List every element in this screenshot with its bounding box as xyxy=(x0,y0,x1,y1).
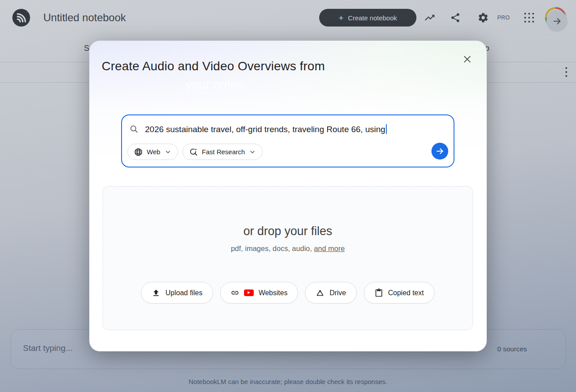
chevron-down-icon xyxy=(249,148,256,156)
settings-gear-icon[interactable] xyxy=(477,12,489,23)
link-icon xyxy=(231,289,239,297)
drive-icon xyxy=(316,289,324,297)
modal-title: Create Audio and Video Overviews from xyxy=(102,59,325,73)
and-more-link[interactable]: and more xyxy=(314,244,345,252)
modal-title-ghost-line: your notes xyxy=(186,78,244,92)
share-icon[interactable] xyxy=(450,12,461,23)
pro-badge: PRO xyxy=(497,15,510,21)
submit-research-button[interactable] xyxy=(431,143,448,160)
upload-files-button[interactable]: Upload files xyxy=(141,282,213,304)
sources-panel-title-peek: S xyxy=(84,44,89,53)
dropzone-heading: or drop your files xyxy=(103,225,473,238)
text-caret xyxy=(386,124,387,134)
close-icon[interactable] xyxy=(461,53,473,65)
upload-files-label: Upload files xyxy=(165,289,202,297)
source-buttons-row: Upload files Websites Drive Copied text xyxy=(103,282,473,304)
copied-text-label: Copied text xyxy=(388,289,424,297)
notebook-title[interactable]: Untitled notebook xyxy=(43,11,126,24)
disclaimer-text: NotebookLM can be inaccurate; please dou… xyxy=(0,378,576,385)
analytics-trending-icon[interactable] xyxy=(424,12,435,23)
research-mode-label: Fast Research xyxy=(202,148,245,156)
copied-text-button[interactable]: Copied text xyxy=(364,282,435,304)
upload-icon xyxy=(152,289,160,297)
file-dropzone[interactable]: or drop your files pdf, images, docs, au… xyxy=(103,186,473,330)
web-chip-label: Web xyxy=(147,148,160,156)
search-option-chips: Web Fast Research xyxy=(127,144,263,160)
arrow-right-icon xyxy=(435,146,445,156)
web-source-dropdown[interactable]: Web xyxy=(127,144,178,160)
websites-button[interactable]: Websites xyxy=(220,282,298,304)
research-query-input[interactable]: 2026 sustainable travel, off-grid trends… xyxy=(145,124,427,134)
research-mode-dropdown[interactable]: Fast Research xyxy=(183,144,263,160)
clipboard-icon xyxy=(374,289,383,297)
more-options-icon[interactable] xyxy=(563,66,569,78)
create-notebook-label: Create notebook xyxy=(348,14,397,22)
fast-research-icon xyxy=(189,148,198,156)
research-query-box[interactable]: 2026 sustainable travel, off-grid trends… xyxy=(121,114,454,167)
plus-icon: + xyxy=(339,14,343,22)
dropzone-subtext: pdf, images, docs, audio, and more xyxy=(103,244,473,253)
filetypes-text: pdf, images, docs, audio, xyxy=(231,244,314,252)
globe-icon xyxy=(134,148,143,156)
sources-count: 0 sources xyxy=(497,345,527,353)
chevron-down-icon xyxy=(164,148,172,156)
google-apps-grid-icon[interactable] xyxy=(524,13,534,23)
create-notebook-button[interactable]: + Create notebook xyxy=(319,9,416,27)
search-icon xyxy=(129,124,139,134)
chat-send-button[interactable] xyxy=(546,11,568,32)
notebooklm-logo-icon[interactable] xyxy=(12,9,30,27)
chat-input-placeholder[interactable]: Start typing... xyxy=(23,343,72,353)
drive-label: Drive xyxy=(329,289,346,297)
create-overviews-modal: Create Audio and Video Overviews from yo… xyxy=(89,41,487,351)
youtube-icon xyxy=(244,289,254,296)
websites-label: Websites xyxy=(259,289,288,297)
app-window: Untitled notebook + Create notebook PRO xyxy=(0,0,576,392)
drive-button[interactable]: Drive xyxy=(305,282,356,304)
